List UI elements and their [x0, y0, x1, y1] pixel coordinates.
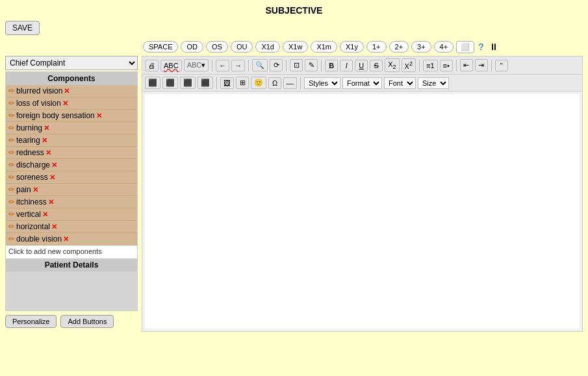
list-item[interactable]: ✏blurred vision✕: [6, 85, 137, 97]
nav-btn-x1m[interactable]: X1m: [311, 41, 337, 53]
column-icon[interactable]: ⏸: [488, 40, 500, 53]
remove-icon[interactable]: ✕: [63, 235, 69, 244]
component-label: vertical: [16, 210, 41, 219]
image-btn[interactable]: 🖼: [220, 77, 234, 89]
print-btn[interactable]: 🖨: [145, 60, 159, 71]
nav-btn-os[interactable]: OS: [206, 41, 228, 53]
format-select[interactable]: Format: [342, 77, 382, 89]
table-btn[interactable]: ⊞: [236, 77, 249, 89]
list-item[interactable]: ✏itchiness✕: [6, 196, 137, 208]
pencil-icon: ✏: [8, 123, 15, 132]
fullscreen-btn[interactable]: ⊡: [290, 59, 303, 71]
pencil-icon: ✏: [8, 234, 15, 244]
bold-btn[interactable]: B: [325, 60, 338, 71]
list-item[interactable]: ✏soreness✕: [6, 171, 137, 184]
nav-btn-x1d[interactable]: X1d: [255, 41, 280, 53]
list-item[interactable]: ✏discharge✕: [6, 159, 137, 171]
list-item[interactable]: ✏horizontal✕: [6, 221, 137, 233]
strikethrough-btn[interactable]: S: [370, 60, 383, 71]
remove-icon[interactable]: ✕: [51, 223, 57, 231]
add-buttons-button[interactable]: Add Buttons: [60, 315, 114, 328]
special-char-btn[interactable]: Ω: [268, 77, 281, 89]
list-item[interactable]: ✏double vision✕: [6, 233, 137, 245]
help-icon[interactable]: ?: [477, 40, 485, 53]
sidebar-footer: Personalize Add Buttons: [5, 311, 138, 332]
list-item[interactable]: ✏redness✕: [6, 147, 137, 159]
list-item[interactable]: ✏burning✕: [6, 122, 137, 134]
sep3: [286, 60, 287, 71]
toolbar-row1: 🖨 ABC ABC▾ ← → 🔍 ⟳ ⊡ ✎ B I U S X2 X2 ≡1 …: [142, 56, 582, 75]
remove-icon[interactable]: ✕: [96, 112, 102, 120]
nav-btn-ou[interactable]: OU: [231, 41, 253, 53]
horizontal-rule-btn[interactable]: —: [283, 77, 297, 89]
source-btn[interactable]: ✎: [305, 59, 318, 71]
nav-btn-x1y[interactable]: X1y: [340, 41, 364, 53]
chief-complaint-dropdown[interactable]: Chief Complaint History Review of System…: [5, 56, 138, 70]
component-label: foreign body sensation: [16, 111, 95, 120]
align-justify-btn[interactable]: ⬛: [198, 77, 213, 89]
nav-btn-space[interactable]: SPACE: [143, 41, 178, 53]
remove-icon[interactable]: ✕: [44, 124, 49, 132]
components-header: Components: [6, 72, 137, 85]
find-btn[interactable]: 🔍: [252, 59, 268, 71]
ordered-list-btn[interactable]: ≡1: [423, 60, 438, 71]
personalize-button[interactable]: Personalize: [5, 315, 57, 328]
blockquote-btn[interactable]: ": [495, 60, 508, 71]
emoji-btn[interactable]: 🙂: [251, 77, 266, 89]
size-select[interactable]: Size: [418, 77, 449, 89]
list-item[interactable]: ✏foreign body sensation✕: [6, 110, 137, 122]
nav-btn-4+[interactable]: 4+: [434, 41, 454, 53]
remove-icon[interactable]: ✕: [42, 136, 47, 145]
redo-btn[interactable]: →: [231, 60, 245, 71]
undo-btn[interactable]: ←: [216, 60, 229, 71]
remove-icon[interactable]: ✕: [42, 210, 48, 219]
component-label: blurred vision: [16, 86, 62, 95]
nav-btn-2+[interactable]: 2+: [389, 41, 409, 53]
align-left-btn[interactable]: ⬛: [145, 77, 160, 89]
pencil-icon: ✏: [8, 185, 15, 194]
component-label: redness: [16, 148, 44, 157]
outdent-btn[interactable]: ⇥: [475, 59, 488, 71]
remove-icon[interactable]: ✕: [45, 149, 51, 157]
nav-btn-1+[interactable]: 1+: [366, 41, 387, 53]
font-select[interactable]: Font: [384, 77, 416, 89]
save-button[interactable]: SAVE: [5, 21, 40, 35]
superscript-btn[interactable]: X2: [402, 58, 416, 72]
spellcheck-btn[interactable]: ABC: [160, 60, 182, 71]
sep7: [491, 60, 492, 71]
list-item[interactable]: ✏loss of vision✕: [6, 97, 137, 110]
align-center-btn[interactable]: ⬛: [162, 77, 178, 89]
remove-icon[interactable]: ✕: [64, 87, 70, 95]
remove-icon[interactable]: ✕: [49, 173, 55, 182]
remove-icon[interactable]: ✕: [51, 161, 57, 169]
content-area[interactable]: [145, 94, 580, 329]
italic-btn[interactable]: I: [340, 60, 353, 71]
screen-icon-btn[interactable]: ⬜: [456, 41, 474, 53]
page-title: SUBJECTIVE: [0, 0, 588, 18]
list-item[interactable]: ✏pain✕: [6, 184, 137, 196]
pencil-icon: ✏: [8, 160, 15, 169]
nav-btn-3+[interactable]: 3+: [411, 41, 431, 53]
list-item[interactable]: ✏vertical✕: [6, 208, 137, 221]
pencil-icon: ✏: [8, 99, 15, 108]
nav-btn-od[interactable]: OD: [181, 41, 203, 53]
unordered-list-btn[interactable]: ≡•: [440, 60, 453, 71]
nav-btn-x1w[interactable]: X1w: [283, 41, 308, 53]
remove-icon[interactable]: ✕: [62, 99, 68, 108]
remove-icon[interactable]: ✕: [32, 186, 38, 194]
underline-btn[interactable]: U: [355, 60, 368, 71]
replace-btn[interactable]: ⟳: [270, 59, 283, 71]
align-right-btn[interactable]: ⬛: [180, 77, 196, 89]
component-label: loss of vision: [16, 99, 61, 108]
component-label: discharge: [16, 160, 50, 169]
spellcheck2-btn[interactable]: ABC▾: [184, 59, 209, 71]
styles-select[interactable]: Styles: [304, 77, 340, 89]
list-item[interactable]: ✏tearing✕: [6, 134, 137, 147]
remove-icon[interactable]: ✕: [48, 198, 54, 207]
component-label: double vision: [16, 234, 62, 244]
sidebar-scroll: Components ✏blurred vision✕✏loss of visi…: [5, 71, 138, 311]
sep6: [456, 60, 457, 71]
indent-btn[interactable]: ⇤: [460, 59, 473, 71]
subscript-btn[interactable]: X2: [385, 58, 399, 72]
add-component-link[interactable]: Click to add new components: [6, 245, 137, 257]
